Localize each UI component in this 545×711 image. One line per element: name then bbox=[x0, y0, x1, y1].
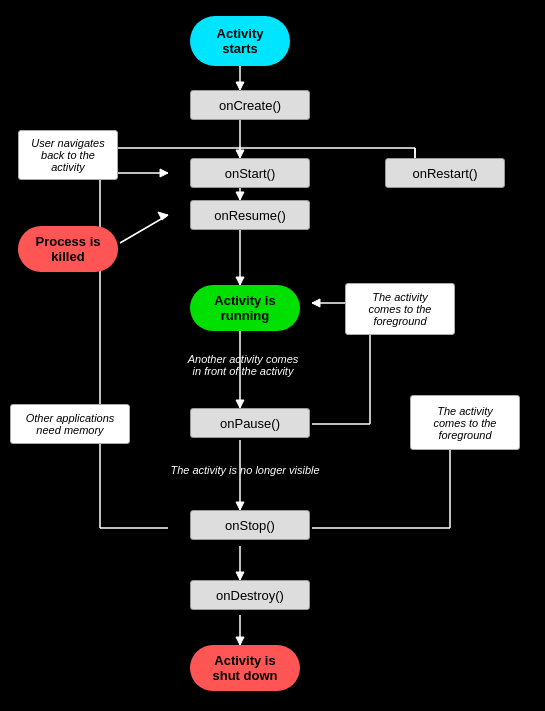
svg-marker-9 bbox=[236, 400, 244, 408]
not-visible-text: The activity is no longer visible bbox=[170, 464, 319, 476]
activity-shutdown-label: Activity is shut down bbox=[204, 653, 286, 683]
another-activity-label: Another activity comes in front of the a… bbox=[168, 345, 318, 385]
comes-foreground2-label: The activity comes to the foreground bbox=[410, 395, 520, 450]
on-pause-node: onPause() bbox=[190, 408, 310, 438]
on-restart-node: onRestart() bbox=[385, 158, 505, 188]
svg-marker-12 bbox=[236, 502, 244, 510]
not-visible-label: The activity is no longer visible bbox=[155, 460, 335, 480]
svg-marker-3 bbox=[236, 150, 244, 158]
user-navigates-label: User navigates back to the activity bbox=[18, 130, 118, 180]
activity-starts-node: Activity starts bbox=[190, 16, 290, 66]
other-apps-text: Other applications need memory bbox=[26, 412, 115, 436]
on-start-node: onStart() bbox=[190, 158, 310, 188]
comes-foreground1-text: The activity comes to the foreground bbox=[369, 291, 432, 327]
on-restart-label: onRestart() bbox=[412, 166, 477, 181]
svg-marker-14 bbox=[236, 572, 244, 580]
svg-marker-27 bbox=[160, 169, 168, 177]
another-activity-text: Another activity comes in front of the a… bbox=[188, 353, 299, 377]
on-create-node: onCreate() bbox=[190, 90, 310, 120]
comes-foreground1-label: The activity comes to the foreground bbox=[345, 283, 455, 335]
on-destroy-label: onDestroy() bbox=[216, 588, 284, 603]
on-start-label: onStart() bbox=[225, 166, 276, 181]
activity-starts-label: Activity starts bbox=[204, 26, 276, 56]
process-killed-label: Process is killed bbox=[18, 226, 118, 272]
comes-foreground2-text: The activity comes to the foreground bbox=[434, 405, 497, 441]
svg-marker-29 bbox=[158, 212, 168, 220]
activity-shutdown-node: Activity is shut down bbox=[190, 645, 300, 691]
svg-marker-20 bbox=[312, 299, 320, 307]
svg-line-28 bbox=[120, 215, 168, 243]
other-apps-label: Other applications need memory bbox=[10, 404, 130, 444]
on-resume-node: onResume() bbox=[190, 200, 310, 230]
svg-marker-7 bbox=[236, 277, 244, 285]
on-destroy-node: onDestroy() bbox=[190, 580, 310, 610]
on-pause-label: onPause() bbox=[220, 416, 280, 431]
on-create-label: onCreate() bbox=[219, 98, 281, 113]
process-killed-text: Process is killed bbox=[35, 234, 100, 264]
svg-marker-5 bbox=[236, 192, 244, 200]
on-stop-label: onStop() bbox=[225, 518, 275, 533]
user-navigates-text: User navigates back to the activity bbox=[31, 137, 104, 173]
on-stop-node: onStop() bbox=[190, 510, 310, 540]
activity-running-node: Activity is running bbox=[190, 285, 300, 331]
svg-marker-16 bbox=[236, 637, 244, 645]
on-resume-label: onResume() bbox=[214, 208, 286, 223]
activity-running-label: Activity is running bbox=[204, 293, 286, 323]
svg-marker-1 bbox=[236, 82, 244, 90]
